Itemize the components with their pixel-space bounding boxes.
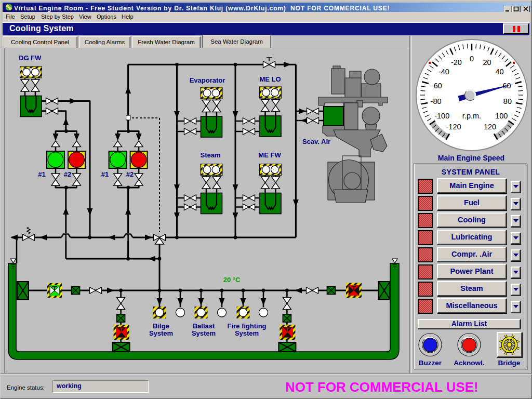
svg-text:0: 0 xyxy=(469,55,473,63)
svg-text:ME LO: ME LO xyxy=(259,75,281,83)
svg-text:Ballast: Ballast xyxy=(193,322,215,330)
svg-text:System: System xyxy=(149,329,173,337)
svg-text:Scav. Air: Scav. Air xyxy=(302,138,330,145)
svg-text:#2: #2 xyxy=(64,170,71,178)
svg-text:-40: -40 xyxy=(438,68,449,76)
svg-text:-120: -120 xyxy=(446,123,461,131)
svg-text:120: 120 xyxy=(483,123,496,131)
svg-text:-20: -20 xyxy=(450,58,461,66)
svg-text:80: 80 xyxy=(503,97,511,105)
svg-text:Steam: Steam xyxy=(200,151,220,159)
svg-text:System: System xyxy=(235,329,259,337)
svg-text:ME FW: ME FW xyxy=(258,151,281,159)
svg-text:-60: -60 xyxy=(431,82,442,90)
svg-text:Evaporator: Evaporator xyxy=(190,76,225,84)
svg-text:20: 20 xyxy=(483,58,491,66)
svg-text:DG FW: DG FW xyxy=(19,54,42,62)
svg-text:100: 100 xyxy=(495,112,508,120)
svg-text:#1: #1 xyxy=(38,170,45,178)
svg-text:-80: -80 xyxy=(430,97,441,105)
svg-text:Bilge: Bilge xyxy=(153,322,169,330)
svg-text:#1: #1 xyxy=(101,170,109,178)
svg-text:-100: -100 xyxy=(434,112,449,120)
svg-text:System: System xyxy=(192,329,216,337)
svg-text:r.p.m.: r.p.m. xyxy=(462,112,481,120)
svg-text:Fire fighting: Fire fighting xyxy=(227,322,266,330)
svg-text:40: 40 xyxy=(495,68,503,76)
svg-text:#2: #2 xyxy=(126,170,134,178)
svg-text:20 °C: 20 °C xyxy=(223,276,241,284)
